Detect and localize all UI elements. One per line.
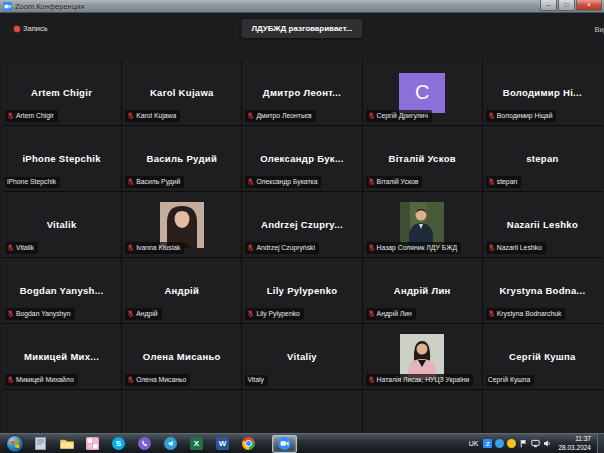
- name-label-text: Микицей Михайло: [16, 377, 74, 384]
- network-tray-button[interactable]: [531, 439, 540, 448]
- name-label-text: Nazarii Leshko: [497, 245, 542, 252]
- participant-name: Віталій Усков: [386, 153, 459, 164]
- skype-taskbar-button[interactable]: S: [106, 435, 131, 453]
- photos-app-taskbar-button[interactable]: [80, 435, 105, 453]
- muted-mic-icon: [368, 112, 375, 120]
- view-menu[interactable]: Вид: [594, 25, 604, 34]
- participant-tile[interactable]: Олена МисаньоОлена Мисаньо: [122, 324, 241, 389]
- participant-name: Vitalik: [44, 219, 80, 230]
- participant-name: Олена Мисаньо: [140, 351, 224, 362]
- start-taskbar-button[interactable]: [2, 435, 27, 453]
- empty-tile: [2, 390, 121, 433]
- participant-tile[interactable]: Сергій КушпаСергій Кушпа: [483, 324, 602, 389]
- name-label: stepan: [486, 176, 521, 188]
- empty-tile: [363, 390, 482, 433]
- name-label: Bogdan Yanyshyn: [5, 308, 75, 320]
- taskbar-clock[interactable]: 11:37 28.03.2024: [555, 435, 594, 452]
- chrome-taskbar-button[interactable]: [236, 435, 261, 453]
- participant-name: iPhone Stepchik: [19, 153, 103, 164]
- muted-mic-icon: [488, 112, 495, 120]
- language-indicator[interactable]: UK: [467, 440, 481, 447]
- participant-tile[interactable]: VitaliyVitaly: [242, 324, 361, 389]
- name-label: Artem Chigir: [5, 110, 58, 122]
- participant-tile[interactable]: Karol KujawaKarol Kujawa: [122, 60, 241, 125]
- name-label-text: Сергій Дригулич: [377, 113, 428, 120]
- muted-mic-icon: [247, 112, 254, 120]
- participant-tile[interactable]: Назар Соляник ЛДУ БЖД: [363, 192, 482, 257]
- show-desktop-button[interactable]: [597, 434, 604, 453]
- close-button[interactable]: ×: [576, 0, 602, 11]
- muted-mic-icon: [247, 178, 254, 186]
- document-app-taskbar-button[interactable]: [28, 435, 53, 453]
- participant-tile[interactable]: VitalikVitalik: [2, 192, 121, 257]
- name-label-text: Володимир Ніцай: [497, 113, 553, 120]
- participant-tile[interactable]: Krystyna Bodna...Krystyna Bodnarchuk: [483, 258, 602, 323]
- network-icon: [531, 439, 540, 448]
- muted-mic-icon: [488, 244, 495, 252]
- window-titlebar[interactable]: Zoom Конференция – □ ×: [0, 0, 604, 13]
- tray-icons: Z: [483, 439, 552, 448]
- zoom-tray-tray-button[interactable]: Z: [483, 439, 492, 448]
- telegram-taskbar-button[interactable]: [158, 435, 183, 453]
- participant-tile[interactable]: stepanstepan: [483, 126, 602, 191]
- participant-tile[interactable]: Наталія Лисак, НУЦЗ України: [363, 324, 482, 389]
- active-speaker-toast: ЛДУБЖД разговаривает...: [241, 19, 362, 38]
- name-label: Андрій: [125, 308, 161, 320]
- word-taskbar-button[interactable]: W: [210, 435, 235, 453]
- participant-tile[interactable]: Lily PylypenkoLily Pylypenko: [242, 258, 361, 323]
- name-label: Vitaly: [245, 375, 268, 386]
- volume-tray-button[interactable]: [543, 439, 552, 448]
- name-label: Krystyna Bodnarchuk: [486, 308, 566, 320]
- name-label: Олександр Букатка: [245, 176, 321, 188]
- zoom-app-icon: [3, 2, 12, 11]
- muted-mic-icon: [488, 310, 495, 318]
- participant-tile[interactable]: ССергій Дригулич: [363, 60, 482, 125]
- participant-name: Андрій Лин: [391, 285, 454, 296]
- zoom-tray-icon: Z: [483, 439, 492, 448]
- name-label-text: Artem Chigir: [16, 113, 54, 120]
- participant-tile[interactable]: Ivanna Klusiak: [122, 192, 241, 257]
- blue-app-tray-tray-button[interactable]: [495, 439, 504, 448]
- action-center-tray-button[interactable]: [519, 439, 528, 448]
- man-uniform-photo: [400, 202, 444, 248]
- muted-mic-icon: [127, 178, 134, 186]
- file-explorer-taskbar-button[interactable]: [54, 435, 79, 453]
- name-label: Олена Мисаньо: [125, 374, 190, 386]
- word-icon: W: [216, 437, 229, 450]
- name-label-text: iPhone Stepchik: [7, 179, 56, 186]
- participant-tile[interactable]: Василь РудийВасиль Рудий: [122, 126, 241, 191]
- participant-tile[interactable]: iPhone StepchikiPhone Stepchik: [2, 126, 121, 191]
- participant-tile[interactable]: Дмитро Леонт...Дмитро Леонтьєв: [242, 60, 361, 125]
- photos-icon: [86, 437, 99, 450]
- participant-tile[interactable]: Nazarii LeshkoNazarii Leshko: [483, 192, 602, 257]
- name-label-text: Lily Pylypenko: [256, 311, 299, 318]
- recording-indicator[interactable]: Запись: [14, 24, 48, 33]
- yellow-app-tray-tray-button[interactable]: [507, 439, 516, 448]
- skype-icon: S: [112, 437, 125, 450]
- participant-tile[interactable]: Андрій ЛинАндрій Лин: [363, 258, 482, 323]
- participant-tile[interactable]: АндрійАндрій: [122, 258, 241, 323]
- participant-tile[interactable]: Микицей Мих...Микицей Михайло: [2, 324, 121, 389]
- name-label-text: Vitalik: [16, 245, 34, 252]
- participant-tile[interactable]: Andrzej Czupry...Andrzej Czupryński: [242, 192, 361, 257]
- maximize-button[interactable]: □: [558, 0, 575, 11]
- name-label-text: stepan: [497, 179, 517, 186]
- zoom-icon: [278, 437, 291, 450]
- name-label: Karol Kujawa: [125, 110, 180, 122]
- participant-tile[interactable]: Bogdan Yanysh...Bogdan Yanyshyn: [2, 258, 121, 323]
- excel-taskbar-button[interactable]: X: [184, 435, 209, 453]
- viber-taskbar-button[interactable]: [132, 435, 157, 453]
- name-label-text: Сергій Кушпа: [488, 377, 530, 384]
- minimize-button[interactable]: –: [540, 0, 557, 11]
- participant-name: Василь Рудий: [144, 153, 220, 164]
- zoom-taskbar-button[interactable]: [272, 435, 297, 453]
- name-label-text: Віталій Усков: [377, 179, 419, 186]
- participant-tile[interactable]: Віталій УсковВіталій Усков: [363, 126, 482, 191]
- participant-tile[interactable]: Володимир Ні...Володимир Ніцай: [483, 60, 602, 125]
- muted-mic-icon: [7, 310, 14, 318]
- muted-mic-icon: [7, 376, 14, 384]
- participant-tile[interactable]: Artem ChigirArtem Chigir: [2, 60, 121, 125]
- muted-mic-icon: [368, 244, 375, 252]
- participant-tile[interactable]: Олександр Бук...Олександр Букатка: [242, 126, 361, 191]
- woman-pink-jacket-photo: [400, 334, 444, 380]
